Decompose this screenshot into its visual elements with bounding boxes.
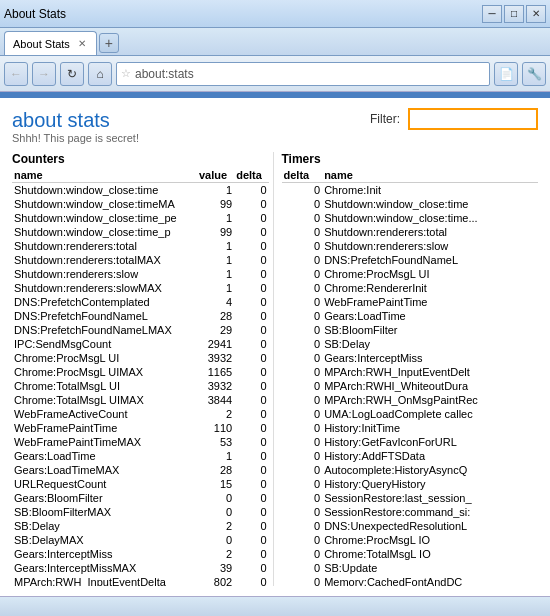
counters-scroll[interactable]: name value delta Shutdown:window_close:t… (12, 168, 269, 586)
wrench-button[interactable]: 🔧 (522, 62, 546, 86)
timer-delta: 0 (282, 267, 323, 281)
counter-delta: 0 (234, 547, 268, 561)
table-row: 0 WebFramePaintTime (282, 295, 539, 309)
timer-name: History:AddFTSData (322, 449, 538, 463)
timer-delta: 0 (282, 365, 323, 379)
minimize-button[interactable]: ─ (482, 5, 502, 23)
filter-input[interactable] (408, 108, 538, 130)
timer-name: History:GetFavIconForURL (322, 435, 538, 449)
back-button[interactable]: ← (4, 62, 28, 86)
counter-name: WebFramePaintTimeMAX (12, 435, 197, 449)
table-row: Gears:LoadTime 1 0 (12, 449, 269, 463)
table-row: 0 SB:Update (282, 561, 539, 575)
counter-name: Gears:InterceptMissMAX (12, 561, 197, 575)
counter-value: 802 (197, 575, 234, 586)
tab-close-button[interactable]: ✕ (78, 38, 86, 49)
timer-delta: 0 (282, 575, 323, 586)
timers-header: Timers (282, 152, 539, 166)
page-title: about stats (12, 108, 370, 132)
table-row: 0 Chrome:TotalMsgL IO (282, 547, 539, 561)
forward-button[interactable]: → (32, 62, 56, 86)
table-row: Chrome:ProcMsgL UIMAX 1165 0 (12, 365, 269, 379)
home-button[interactable]: ⌂ (88, 62, 112, 86)
counter-value: 99 (197, 197, 234, 211)
table-row: MPArch:RWH_InputEventDelta 802 0 (12, 575, 269, 586)
timer-name: Chrome:TotalMsgL IO (322, 547, 538, 561)
counter-value: 53 (197, 435, 234, 449)
timer-name: Memory:CachedFontAndDC (322, 575, 538, 586)
table-row: 0 MPArch:RWH_InputEventDelt (282, 365, 539, 379)
table-row: Gears:InterceptMiss 2 0 (12, 547, 269, 561)
table-row: IPC:SendMsgCount 2941 0 (12, 337, 269, 351)
timer-delta: 0 (282, 393, 323, 407)
active-tab[interactable]: About Stats ✕ (4, 31, 97, 55)
table-row: 0 Shutdown:renderers:slow (282, 239, 539, 253)
timer-delta: 0 (282, 449, 323, 463)
table-row: 0 Shutdown:window_close:time... (282, 211, 539, 225)
counter-value: 3844 (197, 393, 234, 407)
counters-name-header: name (12, 168, 197, 183)
counter-delta: 0 (234, 533, 268, 547)
new-tab-button[interactable]: + (99, 33, 119, 53)
table-row: Shutdown:window_close:time_pe 1 0 (12, 211, 269, 225)
timers-scroll[interactable]: delta name 0 Chrome:Init 0 Shutdown:wind… (282, 168, 539, 586)
address-input-wrap: ☆ (116, 62, 490, 86)
counter-name: Shutdown:renderers:totalMAX (12, 253, 197, 267)
table-row: DNS:PrefetchFoundNameL 28 0 (12, 309, 269, 323)
table-row: Shutdown:window_close:time_p 99 0 (12, 225, 269, 239)
counter-delta: 0 (234, 239, 268, 253)
timer-name: Shutdown:window_close:time... (322, 211, 538, 225)
timer-delta: 0 (282, 407, 323, 421)
counter-name: MPArch:RWH_InputEventDelta (12, 575, 197, 586)
counter-name: SB:Delay (12, 519, 197, 533)
table-row: SB:DelayMAX 0 0 (12, 533, 269, 547)
table-row: 0 Chrome:Init (282, 183, 539, 198)
table-row: Shutdown:renderers:totalMAX 1 0 (12, 253, 269, 267)
timer-name: SB:Delay (322, 337, 538, 351)
table-row: 0 SB:BloomFilter (282, 323, 539, 337)
refresh-button[interactable]: ↻ (60, 62, 84, 86)
table-row: 0 MPArch:RWH_OnMsgPaintRec (282, 393, 539, 407)
table-row: 0 History:AddFTSData (282, 449, 539, 463)
counter-value: 28 (197, 463, 234, 477)
timer-delta: 0 (282, 197, 323, 211)
counter-delta: 0 (234, 267, 268, 281)
table-row: Gears:BloomFilter 0 0 (12, 491, 269, 505)
table-row: URLRequestCount 15 0 (12, 477, 269, 491)
page-subtitle: Shhh! This page is secret! (12, 132, 370, 144)
table-row: 0 History:QueryHistory (282, 477, 539, 491)
timers-name-header: name (322, 168, 538, 183)
counter-value: 4 (197, 295, 234, 309)
timer-delta: 0 (282, 533, 323, 547)
timer-name: Chrome:ProcMsgL IO (322, 533, 538, 547)
counter-delta: 0 (234, 393, 268, 407)
maximize-button[interactable]: □ (504, 5, 524, 23)
counter-delta: 0 (234, 281, 268, 295)
timer-delta: 0 (282, 281, 323, 295)
counter-delta: 0 (234, 463, 268, 477)
address-input[interactable] (135, 67, 485, 81)
timer-name: Shutdown:renderers:slow (322, 239, 538, 253)
counter-name: DNS:PrefetchFoundNameLMAX (12, 323, 197, 337)
timer-name: Chrome:Init (322, 183, 538, 198)
timers-table: delta name 0 Chrome:Init 0 Shutdown:wind… (282, 168, 539, 586)
page-header: about stats Shhh! This page is secret! F… (12, 108, 538, 144)
counter-delta: 0 (234, 449, 268, 463)
bookmark-icon[interactable]: ☆ (121, 67, 131, 80)
counter-name: IPC:SendMsgCount (12, 337, 197, 351)
table-row: DNS:PrefetchContemplated 4 0 (12, 295, 269, 309)
counter-name: DNS:PrefetchFoundNameL (12, 309, 197, 323)
counter-name: Shutdown:window_close:time_p (12, 225, 197, 239)
close-button[interactable]: ✕ (526, 5, 546, 23)
timer-name: SB:BloomFilter (322, 323, 538, 337)
table-row: 0 Chrome:ProcMsgL UI (282, 267, 539, 281)
counter-value: 1165 (197, 365, 234, 379)
counter-delta: 0 (234, 491, 268, 505)
counter-delta: 0 (234, 351, 268, 365)
timer-delta: 0 (282, 519, 323, 533)
main-content: about stats Shhh! This page is secret! F… (0, 98, 550, 596)
counter-value: 2 (197, 519, 234, 533)
counter-name: SB:BloomFilterMAX (12, 505, 197, 519)
timer-delta: 0 (282, 561, 323, 575)
page-menu-button[interactable]: 📄 (494, 62, 518, 86)
